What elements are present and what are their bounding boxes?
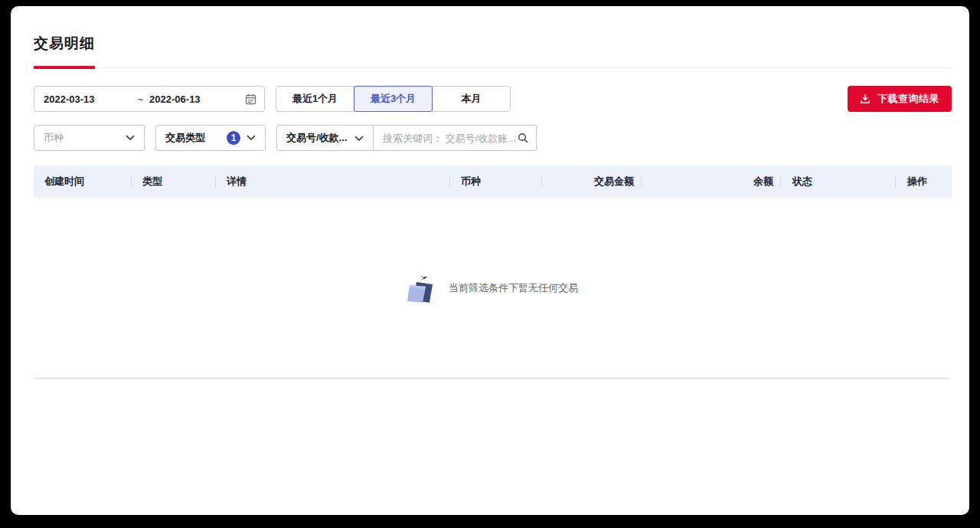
quick-range-segment-group: 最近1个月 最近3个月 本月: [276, 86, 511, 112]
main-panel: 交易明细 2022-03-13 ~ 2022-06-13 最近1个月 最近3个月…: [11, 6, 969, 515]
date-end-value: 2022-06-13: [149, 93, 201, 105]
type-filter-count-badge: 1: [227, 131, 240, 145]
column-header-currency: 币种: [450, 166, 542, 198]
column-header-actions: 操作: [896, 166, 952, 198]
download-button-label: 下载查询结果: [877, 92, 939, 106]
column-header-amount: 交易金额: [542, 166, 642, 198]
keyword-field-selected: 交易号/收款...: [286, 131, 347, 145]
empty-state-message: 当前筛选条件下暂无任何交易: [449, 281, 578, 295]
date-start-value: 2022-03-13: [44, 93, 95, 105]
filter-row-primary: 2022-03-13 ~ 2022-06-13 最近1个月 最近3个月 本月 下…: [34, 86, 952, 112]
quick-range-last-1-month[interactable]: 最近1个月: [276, 86, 354, 112]
chevron-down-icon: [354, 133, 364, 144]
currency-dropdown[interactable]: 币种: [34, 125, 145, 151]
quick-range-last-3-months[interactable]: 最近3个月: [354, 86, 433, 112]
table-header: 创建时间 类型 详情 币种 交易金额 余额 状态 操作: [34, 166, 952, 198]
keyword-search-group: 交易号/收款...: [276, 125, 537, 151]
fly-glyph: [421, 276, 426, 279]
download-results-button[interactable]: 下载查询结果: [848, 86, 952, 112]
download-icon: [860, 93, 871, 104]
transaction-type-dropdown[interactable]: 交易类型 1: [155, 125, 266, 151]
search-icon[interactable]: [518, 133, 528, 143]
date-range-tilde: ~: [138, 93, 144, 105]
section-divider: [34, 378, 949, 379]
date-range-picker[interactable]: 2022-03-13 ~ 2022-06-13: [34, 86, 265, 112]
title-accent-bar: [34, 66, 95, 69]
page-title: 交易明细: [34, 34, 952, 54]
transaction-type-label: 交易类型: [165, 131, 205, 145]
keyword-search-input[interactable]: [383, 133, 518, 144]
keyword-field-dropdown[interactable]: 交易号/收款...: [277, 126, 374, 150]
column-header-status: 状态: [781, 166, 896, 198]
page-header: 交易明细: [34, 34, 952, 68]
column-header-type: 类型: [132, 166, 216, 198]
column-header-created-time: 创建时间: [34, 166, 132, 198]
keyword-search-field: [374, 126, 536, 150]
empty-state: 当前筛选条件下暂无任何交易: [34, 198, 952, 378]
chevron-down-icon: [126, 135, 135, 141]
empty-folder-icon: [407, 272, 438, 304]
chevron-down-icon: [247, 135, 256, 141]
column-header-details: 详情: [216, 166, 450, 198]
quick-range-this-month[interactable]: 本月: [432, 86, 511, 112]
currency-dropdown-placeholder: 币种: [44, 131, 64, 145]
column-header-balance: 余额: [642, 166, 781, 198]
calendar-icon: [245, 93, 256, 105]
